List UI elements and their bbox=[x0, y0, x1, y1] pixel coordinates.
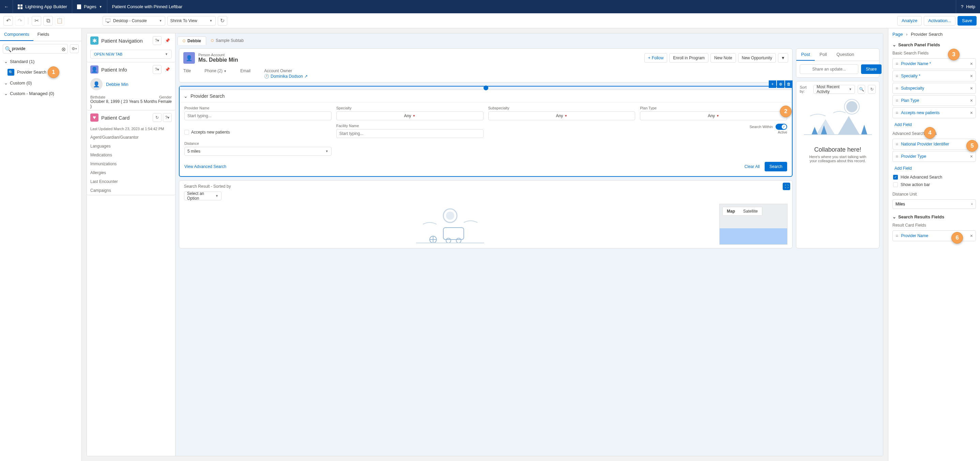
component-provider-search[interactable]: 🔍 Provider Search bbox=[0, 67, 81, 78]
chatter-publisher[interactable]: Post Poll Question Share bbox=[796, 48, 880, 78]
custom-managed-section[interactable]: ⌄Custom - Managed (0) bbox=[4, 91, 77, 96]
patient-info-component[interactable]: 👤 Patient Info ?▾ 📌 👤 Debbie Min Birthda… bbox=[87, 62, 175, 110]
sort-select[interactable]: Most Recent Activity▼ bbox=[813, 85, 855, 94]
drag-handle-icon[interactable]: ≡ bbox=[896, 61, 898, 66]
add-advanced-field-button[interactable]: Add Field bbox=[888, 163, 980, 173]
tab-question[interactable]: Question bbox=[832, 49, 859, 60]
activation-button[interactable]: Activation... bbox=[924, 16, 956, 25]
remove-icon[interactable]: × bbox=[970, 61, 973, 67]
tab-post[interactable]: Post bbox=[796, 49, 815, 60]
refresh-button[interactable]: ↻ bbox=[218, 16, 227, 25]
provider-name-input[interactable] bbox=[185, 111, 332, 120]
distance-unit-select[interactable]: Miles× bbox=[892, 199, 976, 209]
undo-button[interactable]: ↶ bbox=[3, 16, 13, 25]
custom-section[interactable]: ⌄Custom (0) bbox=[4, 80, 77, 86]
search-input[interactable] bbox=[3, 44, 68, 54]
tab-poll[interactable]: Poll bbox=[815, 49, 832, 60]
cut-button[interactable]: ✂ bbox=[32, 16, 41, 25]
card-row[interactable]: Agent/Guardian/Guarantor bbox=[87, 133, 175, 142]
field-pill-accepts[interactable]: ≡Accepts new patients× bbox=[892, 107, 976, 118]
field-pill-specialty[interactable]: ≡Specialty *× bbox=[892, 70, 976, 81]
tab-fields[interactable]: Fields bbox=[33, 28, 54, 41]
help-button[interactable]: ? Help bbox=[956, 0, 980, 13]
more-actions-button[interactable]: ▼ bbox=[778, 53, 788, 63]
search-results-component[interactable]: Search Result - Sorted by Select an Opti… bbox=[179, 180, 792, 248]
drag-handle-icon[interactable]: ≡ bbox=[896, 86, 898, 91]
map-tab[interactable]: Map bbox=[723, 207, 739, 215]
chatter-feed[interactable]: Sort by: Most Recent Activity▼ 🔍 ↻ bbox=[796, 81, 880, 248]
tab-components[interactable]: Components bbox=[0, 28, 33, 41]
field-pill-subspecialty[interactable]: ≡Subspecialty× bbox=[892, 83, 976, 94]
add-basic-field-button[interactable]: Add Field bbox=[888, 119, 980, 130]
share-input[interactable] bbox=[800, 64, 858, 74]
card-row[interactable]: Languages bbox=[87, 142, 175, 151]
feed-search-button[interactable]: 🔍 bbox=[858, 85, 865, 94]
form-factor-select[interactable]: Desktop - Console ▼ bbox=[103, 16, 165, 25]
provider-search-component[interactable]: ⌄ Provider Search + ⊕ 🗑 Provid bbox=[179, 86, 792, 177]
pin-icon[interactable]: 📌 bbox=[163, 36, 172, 45]
clear-all-button[interactable]: Clear All bbox=[745, 164, 760, 169]
standard-section[interactable]: ⌄Standard (1) bbox=[4, 59, 77, 64]
field-pill-result-provider-name[interactable]: ≡Provider Name× bbox=[892, 230, 976, 241]
drag-handle-icon[interactable]: ≡ bbox=[896, 110, 898, 115]
filter-button[interactable]: ⚙▾ bbox=[70, 44, 79, 53]
help-button[interactable]: ?▾ bbox=[153, 65, 162, 74]
new-note-button[interactable]: New Note bbox=[711, 53, 736, 63]
distance-select[interactable]: 5 miles▼ bbox=[185, 147, 332, 156]
enroll-button[interactable]: Enroll in Program bbox=[669, 53, 708, 63]
close-icon[interactable]: × bbox=[971, 202, 973, 206]
help-button[interactable]: ?▾ bbox=[153, 36, 162, 45]
resize-handle[interactable] bbox=[180, 87, 792, 90]
delete-component-button[interactable]: 🗑 bbox=[785, 80, 792, 88]
field-pill-provider-name[interactable]: ≡Provider Name *× bbox=[892, 58, 976, 69]
hide-advanced-checkbox[interactable]: ✓Hide Advanced Search bbox=[888, 173, 980, 181]
sort-select[interactable]: Select an Option▼ bbox=[184, 191, 221, 200]
refresh-feed-button[interactable]: ↻ bbox=[868, 85, 876, 94]
drag-handle-icon[interactable]: ≡ bbox=[896, 73, 898, 78]
plan-type-select[interactable]: Any▼ bbox=[640, 111, 787, 120]
remove-icon[interactable]: × bbox=[970, 233, 973, 238]
card-row[interactable]: Immunizations bbox=[87, 159, 175, 169]
owner-link[interactable]: Dominika Dodson bbox=[270, 74, 303, 79]
patient-navigation-component[interactable]: ✱ Patient Navigation ?▾ 📌 OPEN NEW TAB▼ bbox=[87, 33, 175, 62]
drag-handle-icon[interactable]: ≡ bbox=[896, 142, 898, 146]
search-button[interactable]: Search bbox=[765, 162, 787, 172]
open-new-tab-button[interactable]: OPEN NEW TAB▼ bbox=[90, 50, 172, 59]
refresh-button[interactable]: ↻ bbox=[153, 113, 162, 122]
patient-card-component[interactable]: ♥ Patient Card ↻ ?▾ Last Updated March 2… bbox=[87, 110, 175, 195]
view-advanced-link[interactable]: View Advanced Search bbox=[185, 164, 226, 169]
new-opp-button[interactable]: New Opportunity bbox=[738, 53, 776, 63]
satellite-tab[interactable]: Satellite bbox=[739, 207, 762, 215]
workspace-subtab[interactable]: Sample Subtab bbox=[206, 36, 248, 45]
card-row[interactable]: Allergies bbox=[87, 169, 175, 177]
field-pill-plan-type[interactable]: ≡Plan Type× bbox=[892, 95, 976, 106]
card-row[interactable]: Medications bbox=[87, 151, 175, 159]
facility-input[interactable] bbox=[336, 129, 484, 138]
highlights-panel[interactable]: 👤 Person Account Ms. Debbie Min +Follow … bbox=[179, 48, 792, 83]
pin-icon[interactable]: 📌 bbox=[163, 65, 172, 74]
remove-icon[interactable]: × bbox=[970, 86, 973, 91]
zoom-select[interactable]: Shrink To View ▼ bbox=[167, 16, 216, 25]
show-action-bar-checkbox[interactable]: Show action bar bbox=[888, 181, 980, 188]
share-button[interactable]: Share bbox=[861, 64, 881, 74]
expand-map-button[interactable]: ⛶ bbox=[783, 183, 790, 190]
map-preview[interactable]: Map Satellite bbox=[719, 204, 788, 245]
search-within-toggle[interactable]: ✓ bbox=[776, 124, 787, 130]
patient-name-link[interactable]: Debbie Min bbox=[106, 82, 129, 87]
clear-search-icon[interactable]: ⊗ bbox=[61, 46, 66, 52]
specialty-select[interactable]: Any▼ bbox=[336, 111, 484, 120]
subspecialty-select[interactable]: Any▼ bbox=[488, 111, 635, 120]
help-button[interactable]: ?▾ bbox=[163, 113, 172, 122]
drag-handle-icon[interactable]: ≡ bbox=[896, 154, 898, 159]
pages-menu[interactable]: Pages ▼ bbox=[72, 0, 107, 13]
phone-field[interactable]: Phone (2) ▼ bbox=[204, 68, 227, 79]
back-button[interactable]: ← bbox=[0, 0, 13, 13]
search-panel-fields-section[interactable]: ⌄Search Panel Fields bbox=[888, 40, 980, 49]
add-above-button[interactable]: + bbox=[769, 80, 776, 88]
card-row[interactable]: Campaigns bbox=[87, 186, 175, 195]
card-row[interactable]: Last Encounter bbox=[87, 177, 175, 186]
field-pill-provider-type[interactable]: ≡Provider Type× bbox=[892, 151, 976, 162]
remove-icon[interactable]: × bbox=[970, 73, 973, 79]
remove-icon[interactable]: × bbox=[970, 98, 973, 103]
search-results-fields-section[interactable]: ⌄Search Results Fields bbox=[888, 212, 980, 221]
